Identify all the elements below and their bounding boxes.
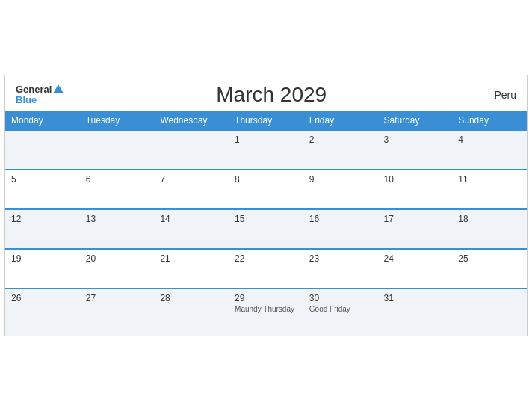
- day-cell: 10: [378, 170, 453, 209]
- day-number: 20: [86, 253, 149, 264]
- header-monday: Monday: [5, 111, 80, 130]
- day-cell: 23: [303, 249, 378, 288]
- country-label: Peru: [479, 89, 516, 101]
- week-row-0: 1234: [5, 130, 527, 170]
- day-cell: 11: [452, 170, 527, 209]
- day-number: 12: [11, 214, 74, 224]
- day-number: 24: [384, 253, 447, 264]
- day-cell: 29Maundy Thursday: [229, 288, 303, 336]
- holiday-label: Good Friday: [309, 305, 372, 313]
- day-number: 7: [160, 174, 223, 185]
- day-cell: 21: [154, 249, 229, 288]
- day-number: 15: [235, 214, 297, 224]
- calendar-table: Monday Tuesday Wednesday Thursday Friday…: [5, 111, 527, 336]
- day-number: 10: [384, 174, 447, 185]
- week-row-2: 12131415161718: [5, 209, 527, 249]
- day-number: 22: [235, 253, 297, 264]
- header-friday: Friday: [303, 111, 378, 130]
- day-number: 4: [458, 135, 521, 145]
- day-cell: 4: [452, 130, 527, 170]
- calendar: General Blue March 2029 Peru Monday Tues…: [4, 75, 528, 336]
- day-cell: 27: [80, 288, 155, 336]
- day-cell: 2: [303, 130, 378, 170]
- header-saturday: Saturday: [378, 111, 453, 130]
- day-cell: 26: [5, 288, 80, 336]
- logo-triangle-icon: [53, 84, 64, 93]
- calendar-body: 1234567891011121314151617181920212223242…: [5, 130, 527, 336]
- day-cell: 13: [80, 209, 155, 249]
- day-number: 8: [235, 174, 297, 185]
- day-cell: 1: [229, 130, 303, 170]
- header-thursday: Thursday: [229, 111, 303, 130]
- calendar-title: March 2029: [64, 83, 479, 107]
- day-cell: 31: [378, 288, 453, 336]
- day-cell: 6: [80, 170, 155, 209]
- day-number: 31: [384, 293, 447, 303]
- day-cell: 20: [80, 249, 155, 288]
- day-cell: 17: [378, 209, 453, 249]
- day-number: 3: [384, 135, 447, 145]
- day-cell: [80, 130, 155, 170]
- day-cell: 24: [378, 249, 453, 288]
- day-number: 13: [86, 214, 149, 224]
- day-cell: 8: [229, 170, 303, 209]
- day-cell: [5, 130, 80, 170]
- day-number: 25: [458, 253, 521, 264]
- day-cell: 5: [5, 170, 80, 209]
- day-cell: 19: [5, 249, 80, 288]
- day-cell: 22: [229, 249, 303, 288]
- header-wednesday: Wednesday: [154, 111, 229, 130]
- logo-general-text: General: [16, 84, 64, 95]
- week-row-4: 26272829Maundy Thursday30Good Friday31: [5, 288, 527, 336]
- day-cell: [154, 130, 229, 170]
- holiday-label: Maundy Thursday: [235, 305, 297, 313]
- day-cell: 9: [303, 170, 378, 209]
- day-cell: 25: [452, 249, 527, 288]
- day-number: 2: [309, 135, 372, 145]
- day-number: 14: [160, 214, 223, 224]
- day-number: 1: [235, 135, 297, 145]
- day-number: 23: [309, 253, 372, 264]
- day-cell: 15: [229, 209, 303, 249]
- day-number: 21: [160, 253, 223, 264]
- day-cell: [452, 288, 527, 336]
- day-number: 27: [86, 293, 149, 303]
- logo: General Blue: [16, 84, 64, 106]
- header-tuesday: Tuesday: [80, 111, 155, 130]
- day-cell: 3: [378, 130, 453, 170]
- day-number: 9: [309, 174, 372, 185]
- logo-blue-text: Blue: [16, 95, 37, 105]
- days-header-row: Monday Tuesday Wednesday Thursday Friday…: [5, 111, 527, 130]
- day-cell: 14: [154, 209, 229, 249]
- day-number: 26: [11, 293, 74, 303]
- day-number: 18: [458, 214, 521, 224]
- header-sunday: Sunday: [452, 111, 527, 130]
- day-number: 5: [11, 174, 74, 185]
- day-number: 16: [309, 214, 372, 224]
- day-number: 29: [235, 293, 297, 303]
- day-cell: 7: [154, 170, 229, 209]
- day-cell: 28: [154, 288, 229, 336]
- day-number: 30: [309, 293, 372, 303]
- day-number: 19: [11, 253, 74, 264]
- calendar-thead: Monday Tuesday Wednesday Thursday Friday…: [5, 111, 527, 130]
- day-number: 28: [160, 293, 223, 303]
- day-cell: 16: [303, 209, 378, 249]
- day-cell: 12: [5, 209, 80, 249]
- day-cell: 30Good Friday: [303, 288, 378, 336]
- day-number: 11: [458, 174, 521, 185]
- calendar-header: General Blue March 2029 Peru: [5, 75, 527, 111]
- week-row-1: 567891011: [5, 170, 527, 209]
- week-row-3: 19202122232425: [5, 249, 527, 288]
- day-number: 6: [86, 174, 149, 185]
- day-number: 17: [384, 214, 447, 224]
- day-cell: 18: [452, 209, 527, 249]
